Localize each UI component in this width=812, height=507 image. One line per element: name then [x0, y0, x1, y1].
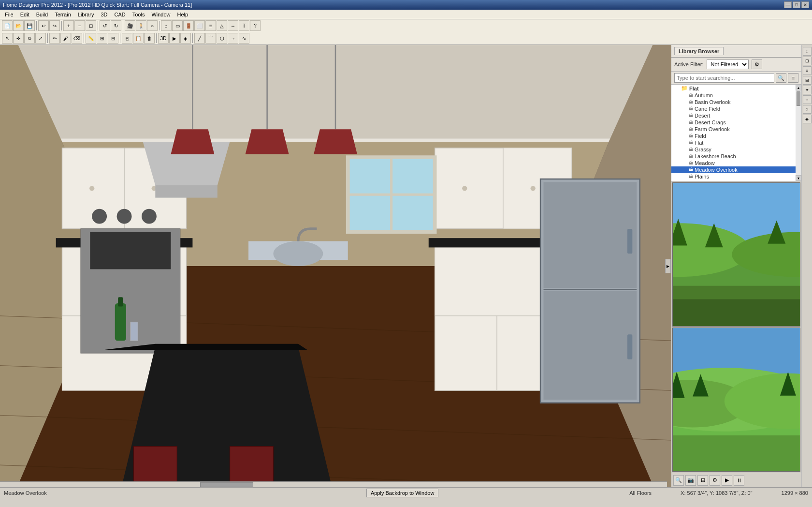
- open-button[interactable]: 📂: [13, 20, 24, 31]
- apply-backdrop-button[interactable]: Apply Backdrop to Window: [366, 489, 438, 497]
- tree-item-flat[interactable]: 🏔 Flat: [671, 139, 801, 146]
- edge-btn-3[interactable]: ≡: [803, 66, 812, 75]
- door-button[interactable]: 🚪: [183, 20, 194, 31]
- viewport-hscroll[interactable]: [0, 481, 667, 487]
- save-button[interactable]: 💾: [24, 20, 35, 31]
- rotate-left-button[interactable]: ↺: [100, 20, 110, 31]
- window-button[interactable]: ⬜: [194, 20, 205, 31]
- menu-item-cad[interactable]: CAD: [111, 11, 128, 18]
- library-pause-btn[interactable]: ⏸: [734, 475, 744, 486]
- 3d-btn[interactable]: 3D: [158, 33, 169, 44]
- erase-btn[interactable]: ⌫: [72, 33, 82, 44]
- move-button[interactable]: ✛: [13, 33, 24, 44]
- library-tree[interactable]: 📁 Flat 🏔 Autumn 🏔 Basin Overlook 🏔 Cane …: [671, 85, 801, 181]
- roof-button[interactable]: △: [217, 20, 227, 31]
- tree-item-grassy[interactable]: 🏔 Grassy: [671, 146, 801, 153]
- tree-item-autumn[interactable]: 🏔 Autumn: [671, 92, 801, 99]
- tree-scrollbar[interactable]: ▲ ▼: [796, 85, 801, 181]
- edge-btn-4[interactable]: ⊞: [803, 76, 812, 85]
- curve-btn[interactable]: ∿: [239, 33, 249, 44]
- tree-item-prairie[interactable]: 🏔 Prairie: [671, 180, 801, 181]
- tree-item-lakeshore-beach[interactable]: 🏔 Lakeshore Beach: [671, 153, 801, 160]
- zoom-out-button[interactable]: −: [74, 20, 85, 31]
- material-btn[interactable]: ◈: [180, 33, 191, 44]
- arrow-btn[interactable]: →: [228, 33, 238, 44]
- filter-settings-button[interactable]: ⚙: [752, 60, 762, 69]
- menu-item-help[interactable]: Help: [174, 11, 191, 18]
- menu-item-tools[interactable]: Tools: [130, 11, 148, 18]
- delete-btn[interactable]: 🗑: [144, 33, 155, 44]
- wall-button[interactable]: ▭: [172, 20, 183, 31]
- panel-collapse-button[interactable]: ▶: [665, 259, 671, 273]
- zoom-in-button[interactable]: +: [63, 20, 74, 31]
- orbit-button[interactable]: ○: [147, 20, 158, 31]
- library-settings-btn[interactable]: ⚙: [710, 475, 720, 486]
- edge-btn-6[interactable]: ↔: [803, 95, 812, 104]
- edge-btn-5[interactable]: ✦: [803, 86, 812, 94]
- library-play-btn[interactable]: ▶: [722, 475, 732, 486]
- new-button[interactable]: 📄: [2, 20, 13, 31]
- snap-btn[interactable]: ⊞: [97, 33, 107, 44]
- tree-item-farm-overlook[interactable]: 🏔 Farm Overlook: [671, 126, 801, 133]
- redo-button[interactable]: ↪: [49, 20, 60, 31]
- cam-button[interactable]: 🎥: [125, 20, 135, 31]
- tree-item-cane-field[interactable]: 🏔 Cane Field: [671, 105, 801, 112]
- menu-item-3d[interactable]: 3D: [98, 11, 110, 18]
- line-btn[interactable]: ╱: [194, 33, 205, 44]
- edge-btn-7[interactable]: ○: [803, 105, 812, 114]
- edge-btn-1[interactable]: ↕: [803, 47, 812, 56]
- tree-item-basin-overlook[interactable]: 🏔 Basin Overlook: [671, 99, 801, 105]
- grid-btn[interactable]: ⊟: [108, 33, 118, 44]
- edge-btn-8[interactable]: ◈: [803, 115, 812, 123]
- text-button[interactable]: T: [239, 20, 249, 31]
- menu-item-terrain[interactable]: Terrain: [52, 11, 74, 18]
- close-button[interactable]: ✕: [801, 1, 809, 8]
- library-grid-btn[interactable]: ⊞: [697, 475, 708, 486]
- tree-item-plains[interactable]: 🏔 Plains: [671, 173, 801, 180]
- render-btn[interactable]: ▶: [169, 33, 180, 44]
- help-button[interactable]: ?: [250, 20, 261, 31]
- paste-btn[interactable]: 📋: [133, 33, 144, 44]
- menu-item-window[interactable]: Window: [148, 11, 173, 18]
- menu-item-file[interactable]: File: [2, 11, 16, 18]
- tree-item-field[interactable]: 🏔 Field: [671, 133, 801, 139]
- search-button[interactable]: 🔍: [776, 73, 786, 83]
- maximize-button[interactable]: □: [793, 1, 800, 8]
- tree-scroll-down[interactable]: ▼: [796, 175, 801, 181]
- title-bar-controls[interactable]: — □ ✕: [784, 1, 809, 8]
- paint-btn[interactable]: 🖌: [60, 33, 71, 44]
- select-button[interactable]: ↖: [2, 33, 13, 44]
- fit-button[interactable]: ⊡: [86, 20, 96, 31]
- tree-item-meadow-overlook[interactable]: 🏔 Meadow Overlook: [671, 166, 801, 173]
- search-input[interactable]: [674, 73, 774, 83]
- 3d-viewport[interactable]: ▶: [0, 45, 671, 487]
- tree-item-desert-crags[interactable]: 🏔 Desert Crags: [671, 119, 801, 126]
- scale-button[interactable]: ⤢: [35, 33, 46, 44]
- measure-btn[interactable]: 📏: [86, 33, 96, 44]
- rotate-right-button[interactable]: ↻: [111, 20, 121, 31]
- undo-button[interactable]: ↩: [38, 20, 49, 31]
- arc-btn[interactable]: ⌒: [205, 33, 216, 44]
- tree-item-flat[interactable]: 📁 Flat: [671, 85, 801, 92]
- search-options-button[interactable]: ≡: [788, 73, 798, 83]
- library-browser-tab[interactable]: Library Browser: [674, 47, 724, 55]
- menu-item-edit[interactable]: Edit: [17, 11, 32, 18]
- edge-btn-2[interactable]: ⊡: [803, 57, 812, 65]
- library-search-btn[interactable]: 🔍: [673, 475, 684, 486]
- tree-item-meadow[interactable]: 🏔 Meadow: [671, 160, 801, 166]
- tree-scroll-up[interactable]: ▲: [796, 85, 801, 90]
- filter-select[interactable]: Not Filtered: [707, 60, 749, 69]
- floor-button[interactable]: ⌂: [161, 20, 172, 31]
- menu-item-library[interactable]: Library: [75, 11, 97, 18]
- tree-item-desert[interactable]: 🏔 Desert: [671, 112, 801, 119]
- dim-button[interactable]: ↔: [228, 20, 238, 31]
- walk-button[interactable]: 🚶: [136, 20, 146, 31]
- menu-item-build[interactable]: Build: [33, 11, 51, 18]
- copy-btn[interactable]: ⎘: [122, 33, 132, 44]
- tree-scroll-thumb[interactable]: [797, 91, 800, 106]
- rotate-btn[interactable]: ↻: [24, 33, 35, 44]
- library-camera-btn[interactable]: 📷: [685, 475, 696, 486]
- minimize-button[interactable]: —: [784, 1, 792, 8]
- draw-btn[interactable]: ✏: [49, 33, 60, 44]
- stair-button[interactable]: ≡: [205, 20, 216, 31]
